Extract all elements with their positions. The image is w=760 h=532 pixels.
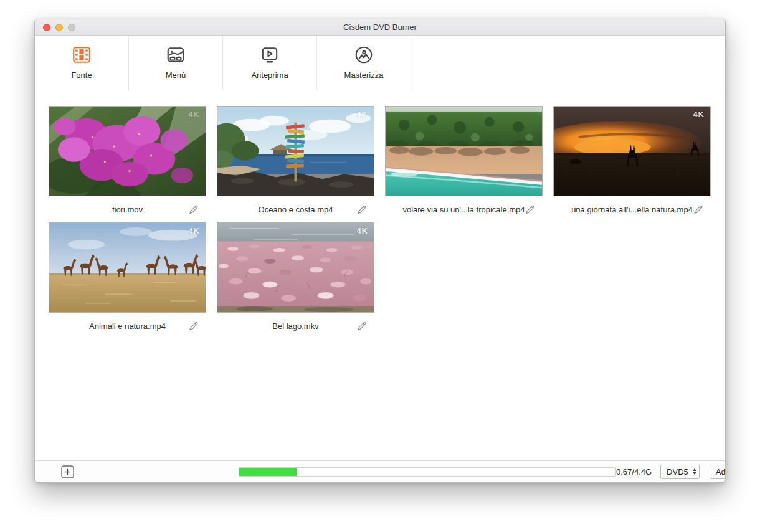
edit-pencil-icon[interactable]: [187, 320, 199, 332]
plus-icon: [61, 465, 74, 478]
close-button[interactable]: [43, 24, 50, 31]
tab-label: Menù: [166, 70, 186, 80]
video-thumbnail[interactable]: 4K: [49, 222, 206, 313]
tab-fonte[interactable]: Fonte: [35, 36, 129, 90]
toolbar: Fonte Menù Antep: [35, 36, 725, 90]
video-thumbnail[interactable]: 4K: [217, 222, 374, 313]
4k-badge: 4K: [188, 226, 200, 235]
tab-label: Fonte: [71, 70, 92, 80]
video-card: 4K Oceano e costa.mp4: [217, 106, 374, 222]
4k-badge: 4K: [356, 110, 368, 119]
app-window: Cisdem DVD Burner Fonte: [34, 19, 726, 483]
4k-badge: 4K: [356, 226, 368, 235]
desktop: Cisdem DVD Burner Fonte: [0, 0, 760, 532]
film-strip-icon: [72, 45, 92, 65]
preview-player-icon: [260, 45, 280, 65]
fit-mode-value: Adatta al disco: [716, 467, 726, 477]
bottom-bar: 0.67/4.4G DVD5 Adatta al disco: [35, 460, 725, 482]
edit-pencil-icon[interactable]: [355, 203, 368, 216]
thumbnail-art-flamingos: [217, 223, 374, 312]
stepper-arrows-icon: [693, 468, 696, 475]
burn-disc-icon: [354, 45, 374, 65]
thumbnail-art-flowers: [49, 107, 206, 196]
tab-masterizza[interactable]: Masterizza: [317, 36, 411, 90]
video-card: 4K una giornata all'i...ella natura.mp4: [553, 106, 711, 222]
window-title: Cisdem DVD Burner: [343, 22, 417, 32]
video-filename: Bel lago.mkv: [272, 321, 318, 331]
4k-badge: 4K: [693, 110, 705, 119]
video-grid: 4K fiori.mov: [35, 90, 725, 460]
progress-fill: [239, 468, 297, 476]
video-card: 4K fiori.mov: [49, 106, 206, 222]
tab-label: Masterizza: [344, 70, 384, 80]
menu-template-icon: [166, 45, 186, 65]
capacity-progress-bar: [239, 467, 616, 477]
tab-anteprima[interactable]: Anteprima: [223, 36, 317, 90]
thumbnail-art-sunset-antelope: [554, 107, 710, 196]
4k-badge: 4K: [188, 110, 200, 119]
minimize-button[interactable]: [55, 24, 63, 31]
add-video-button[interactable]: [61, 465, 74, 478]
video-filename: una giornata all'i...ella natura.mp4: [571, 205, 693, 214]
edit-pencil-icon[interactable]: [355, 320, 368, 332]
fullscreen-button[interactable]: [68, 24, 75, 31]
edit-pencil-icon[interactable]: [187, 203, 199, 216]
tab-label: Anteprima: [251, 70, 288, 80]
video-card: 4K Bel lago.mkv: [217, 222, 374, 339]
video-thumbnail[interactable]: 4K: [553, 106, 711, 196]
video-filename: Oceano e costa.mp4: [259, 205, 333, 214]
fit-mode-select[interactable]: Adatta al disco: [710, 465, 726, 479]
edit-pencil-icon[interactable]: [523, 203, 536, 216]
video-filename: Animali e natura.mp4: [89, 321, 166, 331]
video-filename: fiori.mov: [112, 205, 143, 214]
video-card: volare via su un'...la tropicale.mp4: [385, 106, 543, 222]
disc-type-value: DVD5: [667, 467, 688, 477]
thumbnail-art-ocean-signpost: [217, 107, 374, 196]
tab-menu[interactable]: Menù: [129, 36, 223, 90]
edit-pencil-icon[interactable]: [691, 203, 704, 216]
traffic-lights: [43, 19, 75, 35]
video-thumbnail[interactable]: 4K: [49, 106, 206, 196]
titlebar: Cisdem DVD Burner: [35, 19, 725, 36]
thumbnail-art-giraffes: [49, 223, 206, 312]
capacity-label: 0.67/4.4G: [616, 467, 652, 477]
disc-type-select[interactable]: DVD5: [660, 465, 700, 479]
video-thumbnail[interactable]: [385, 106, 543, 196]
video-thumbnail[interactable]: 4K: [217, 106, 374, 196]
thumbnail-art-tropical-beach: [386, 107, 542, 196]
video-filename: volare via su un'...la tropicale.mp4: [402, 205, 525, 214]
video-card: 4K Animali e natura.mp4: [49, 222, 206, 339]
